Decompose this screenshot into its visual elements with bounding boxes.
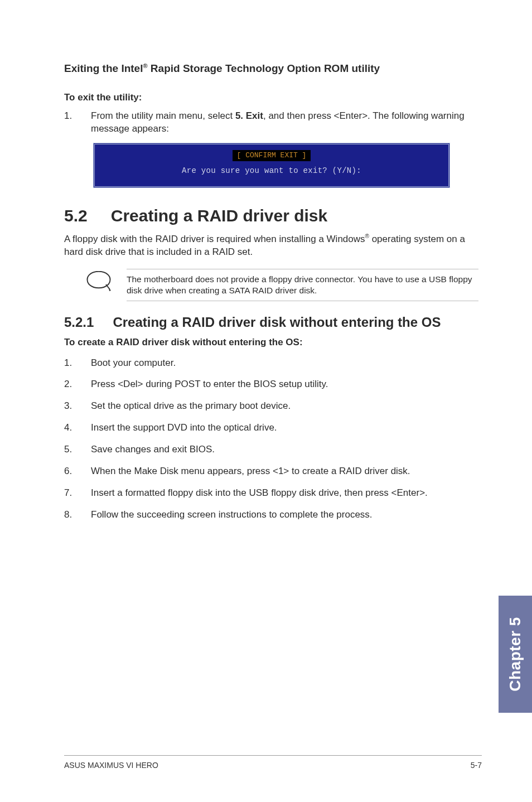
list-item: 8. Follow the succeeding screen instruct… <box>64 509 482 521</box>
step-number: 6. <box>64 465 78 478</box>
step-number: 8. <box>64 509 78 521</box>
step-text: From the utility main menu, select 5. Ex… <box>91 110 482 136</box>
step-number: 7. <box>64 487 78 500</box>
step-text: Set the optical drive as the primary boo… <box>91 400 482 413</box>
body-pre: A floppy disk with the RAID driver is re… <box>64 234 365 244</box>
step-number: 1. <box>64 357 78 370</box>
step-number: 2. <box>64 378 78 391</box>
step-text: Boot your computer. <box>91 357 482 370</box>
section-521-sub: To create a RAID driver disk without ent… <box>64 336 482 349</box>
chapter-tab-label: Chapter 5 <box>505 617 526 692</box>
section-521-title: Creating a RAID driver disk without ente… <box>113 313 441 331</box>
step-text: Insert a formatted floppy disk into the … <box>91 487 482 500</box>
list-item: 6. When the Make Disk menu appears, pres… <box>64 465 482 478</box>
bios-dialog-question: Are you sure you want to exit? (Y/N): <box>103 166 441 176</box>
step-number: 1. <box>64 110 78 136</box>
section-521-steps: 1. Boot your computer. 2. Press <Del> du… <box>64 357 482 522</box>
reg-mark: ® <box>143 62 147 69</box>
section-52-heading: 5.2 Creating a RAID driver disk <box>64 205 482 228</box>
note-text: The motherboard does not provide a flopp… <box>127 269 478 301</box>
section-521-number: 5.2.1 <box>64 313 94 331</box>
note-icon <box>86 271 112 291</box>
step-number: 5. <box>64 443 78 456</box>
footer-left: ASUS MAXIMUS VI HERO <box>64 760 158 771</box>
section-52-body: A floppy disk with the RAID driver is re… <box>64 233 482 259</box>
reg-mark: ® <box>365 233 369 239</box>
exit-step: 1. From the utility main menu, select 5.… <box>64 110 482 136</box>
list-item: 1. Boot your computer. <box>64 357 482 370</box>
exit-subheading: To exit the utility: <box>64 91 482 104</box>
step-text: Follow the succeeding screen instruction… <box>91 509 482 521</box>
list-item: 7. Insert a formatted floppy disk into t… <box>64 487 482 500</box>
exit-heading-pre: Exiting the Intel <box>64 62 143 74</box>
list-item: 5. Save changes and exit BIOS. <box>64 443 482 456</box>
step-number: 3. <box>64 400 78 413</box>
footer-right: 5-7 <box>471 760 482 771</box>
step-text: Save changes and exit BIOS. <box>91 443 482 456</box>
bios-dialog: [ CONFIRM EXIT ] Are you sure you want t… <box>93 143 450 187</box>
exit-heading: Exiting the Intel® Rapid Storage Technol… <box>64 61 482 76</box>
step-text-bold: 5. Exit <box>235 110 263 121</box>
step-text: Press <Del> during POST to enter the BIO… <box>91 378 482 391</box>
bios-dialog-title: [ CONFIRM EXIT ] <box>233 150 311 161</box>
note-block: The motherboard does not provide a flopp… <box>86 269 482 301</box>
section-52-title: Creating a RAID driver disk <box>111 205 327 228</box>
page-footer: ASUS MAXIMUS VI HERO 5-7 <box>64 755 482 771</box>
step-text: Insert the support DVD into the optical … <box>91 422 482 434</box>
step-text: When the Make Disk menu appears, press <… <box>91 465 482 478</box>
step-number: 4. <box>64 422 78 434</box>
section-52-number: 5.2 <box>64 205 88 228</box>
section-521-heading: 5.2.1 Creating a RAID driver disk withou… <box>64 313 482 331</box>
list-item: 3. Set the optical drive as the primary … <box>64 400 482 413</box>
list-item: 2. Press <Del> during POST to enter the … <box>64 378 482 391</box>
step-text-pre: From the utility main menu, select <box>91 110 235 121</box>
list-item: 4. Insert the support DVD into the optic… <box>64 422 482 434</box>
exit-heading-post: Rapid Storage Technology Option ROM util… <box>148 62 380 74</box>
chapter-tab: Chapter 5 <box>499 596 532 713</box>
